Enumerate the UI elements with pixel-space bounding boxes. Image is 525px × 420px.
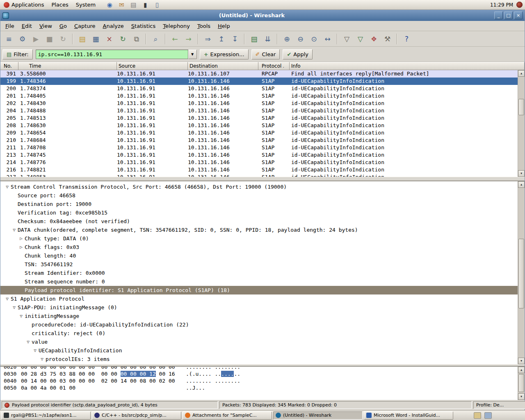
maximize-button[interactable]: □ (504, 11, 513, 19)
bytes-scrollbar[interactable]: ▲ ▼ (518, 367, 525, 400)
taskbar-eclipse-window[interactable]: C/C++ - bs/src/pdcp_sim/p... (92, 411, 181, 420)
go-forward-button[interactable]: → (182, 33, 195, 45)
taskbar-word-window[interactable]: Microsoft Word - InstallGuid... (364, 411, 453, 420)
preferences-button[interactable]: ⚒ (381, 33, 394, 45)
packet-row[interactable]: 2091.74865410.131.16.9110.131.16.146S1AP… (0, 129, 518, 137)
menu-tools[interactable]: Tools (194, 22, 214, 30)
filter-input[interactable] (36, 50, 188, 59)
detail-line[interactable]: ▽DATA chunk(ordered, complete segment, T… (0, 226, 518, 234)
detail-line[interactable]: Checksum: 0x84aeebee (not verified) (0, 217, 518, 226)
web-browser-launcher-button[interactable]: ◉ (105, 0, 114, 9)
detail-line[interactable]: Stream sequence number: 0 (0, 277, 518, 286)
pane-splitter[interactable] (0, 177, 525, 181)
expander-open-icon[interactable]: ▽ (25, 338, 32, 346)
panel-menu-system[interactable]: System (72, 0, 99, 9)
tray-window-icon[interactable] (484, 412, 492, 419)
menu-help[interactable]: Help (214, 22, 234, 30)
detail-line[interactable]: ▽S1 Application Protocol (0, 294, 518, 303)
packet-row[interactable]: 1991.74834610.131.16.9110.131.16.146S1AP… (0, 78, 518, 85)
capture-restart-button[interactable]: ↻ (57, 33, 69, 45)
detail-line[interactable]: ▽S1AP-PDU: initiatingMessage (0) (0, 303, 518, 312)
editor-launcher-button[interactable]: ▤ (129, 0, 138, 9)
apply-button[interactable]: ✔ Apply (283, 49, 313, 59)
resize-columns-button[interactable]: ↔ (321, 33, 334, 45)
taskbar-wireshark-window[interactable]: (Untitled) - Wireshark (273, 411, 363, 420)
scroll-down-arrow[interactable]: ▼ (518, 170, 525, 177)
detail-line[interactable]: TSN: 3547661192 (0, 260, 518, 269)
go-last-button[interactable]: ↧ (228, 33, 241, 45)
minimize-button[interactable]: _ (494, 11, 503, 19)
taskbar-terminal-window[interactable]: rgali@PBS1:~/s1apfw/asn1... (1, 411, 91, 420)
menu-go[interactable]: Go (56, 22, 71, 30)
go-first-button[interactable]: ↥ (215, 33, 228, 45)
scrollbar-thumb[interactable] (518, 374, 524, 392)
detail-line[interactable]: criticality: reject (0) (0, 329, 518, 338)
scroll-up-arrow[interactable]: ▲ (518, 367, 525, 373)
terminal-launcher-button[interactable]: ▮ (141, 0, 150, 9)
hex-row[interactable]: 003000 28 d3 75 03 88 00 00 00 00 00 00 … (4, 370, 518, 377)
filter-button[interactable]: ▤ Filter: (2, 49, 33, 59)
capture-filter-button[interactable]: ▽ (340, 33, 353, 45)
packet-row[interactable]: 3913.55860010.131.16.9110.131.16.107RPCA… (0, 70, 518, 78)
scroll-up-arrow[interactable]: ▲ (518, 181, 525, 188)
packet-list-scrollbar[interactable]: ▲ ▼ (518, 70, 525, 177)
hex-row[interactable]: 00500a 00 4a 00 01 00..J... (4, 384, 518, 391)
menu-statistics[interactable]: Statistics (128, 22, 159, 30)
column-header-time[interactable]: Time (18, 62, 117, 70)
menu-telephony[interactable]: Telephony (159, 22, 194, 30)
detail-line[interactable]: Verification tag: 0xce985b15 (0, 208, 518, 217)
profile-box[interactable]: Profile: De... (473, 401, 525, 409)
colorize-button[interactable]: ▤ (248, 33, 260, 45)
detail-line[interactable]: ▽initiatingMessage (0, 312, 518, 320)
display-filter-button[interactable]: ▽ (354, 33, 367, 45)
zoom-100-button[interactable]: ⊙ (308, 33, 320, 45)
clear-button[interactable]: ✐ Clear (251, 49, 280, 59)
expander-open-icon[interactable]: ▽ (4, 294, 11, 303)
detail-line[interactable]: ▽UECapabilityInfoIndication (0, 346, 518, 355)
packet-row[interactable]: 2101.74868410.131.16.9110.131.16.146S1AP… (0, 137, 518, 144)
expander-closed-icon[interactable]: ▷ (18, 234, 25, 243)
menu-view[interactable]: View (36, 22, 56, 30)
column-header-source[interactable]: Source (117, 62, 188, 70)
scroll-down-arrow[interactable]: ▼ (518, 393, 525, 400)
capture-interfaces-button[interactable]: ≡ (2, 33, 15, 45)
packet-row[interactable]: 2161.74882110.131.16.9110.131.16.146S1AP… (0, 166, 518, 173)
hex-row[interactable]: 002000 00 00 00 00 00 00 00 00 00 00 00 … (4, 366, 518, 370)
menu-capture[interactable]: Capture (71, 22, 99, 30)
go-back-button[interactable]: ← (169, 33, 181, 45)
column-header-protocol[interactable]: Protocol. (258, 62, 290, 70)
packet-row[interactable]: 2171.74885310.131.16.9110.131.16.146S1AP… (0, 173, 518, 177)
go-to-packet-button[interactable]: ⇒ (201, 33, 214, 45)
panel-menu-applications[interactable]: Applications (0, 0, 48, 9)
expander-open-icon[interactable]: ▽ (11, 303, 18, 312)
email-launcher-button[interactable]: ✉ (117, 0, 126, 9)
help-button[interactable]: ? (400, 33, 413, 45)
scrollbar-thumb[interactable] (518, 239, 524, 308)
expression-button[interactable]: + Expression... (200, 49, 249, 59)
packet-row[interactable]: 2051.74851310.131.16.9110.131.16.146S1AP… (0, 114, 518, 122)
expander-open-icon[interactable]: ▽ (11, 226, 18, 234)
menu-edit[interactable]: Edit (18, 22, 36, 30)
tray-folder-icon[interactable] (474, 412, 481, 419)
zoom-out-button[interactable]: ⊖ (294, 33, 307, 45)
detail-line[interactable]: ▷Chunk type: DATA (0) (0, 234, 518, 243)
packet-row[interactable]: 2141.74877610.131.16.9110.131.16.146S1AP… (0, 159, 518, 166)
packet-row[interactable]: 2111.74870810.131.16.9110.131.16.146S1AP… (0, 144, 518, 151)
capture-start-button[interactable]: ▶ (30, 33, 42, 45)
reload-button[interactable]: ↻ (116, 33, 129, 45)
taskbar-browser-window[interactable]: Attachments for "SampleC... (183, 411, 272, 420)
packet-row[interactable]: 2041.74848810.131.16.9110.131.16.146S1AP… (0, 107, 518, 114)
hex-row[interactable]: 004000 14 00 00 03 00 00 00 02 00 14 00 … (4, 377, 518, 384)
expert-info-icon[interactable] (5, 403, 9, 408)
packet-row[interactable]: 2001.74837410.131.16.9110.131.16.146S1AP… (0, 85, 518, 92)
find-packet-button[interactable]: ⌕ (149, 33, 162, 45)
detail-line[interactable]: ▽protocolIEs: 3 items (0, 355, 518, 363)
auto-scroll-button[interactable]: ⇊ (261, 33, 274, 45)
packet-row[interactable]: 2021.74843010.131.16.9110.131.16.146S1AP… (0, 100, 518, 107)
detail-line[interactable]: Chunk length: 40 (0, 251, 518, 260)
column-header-destination[interactable]: Destination (188, 62, 258, 70)
detail-line[interactable]: ▽Stream Control Transmission Protocol, S… (0, 183, 518, 191)
expander-open-icon[interactable]: ▽ (39, 355, 46, 363)
zoom-in-button[interactable]: ⊕ (281, 33, 293, 45)
details-scrollbar[interactable]: ▲ ▼ (518, 181, 525, 364)
